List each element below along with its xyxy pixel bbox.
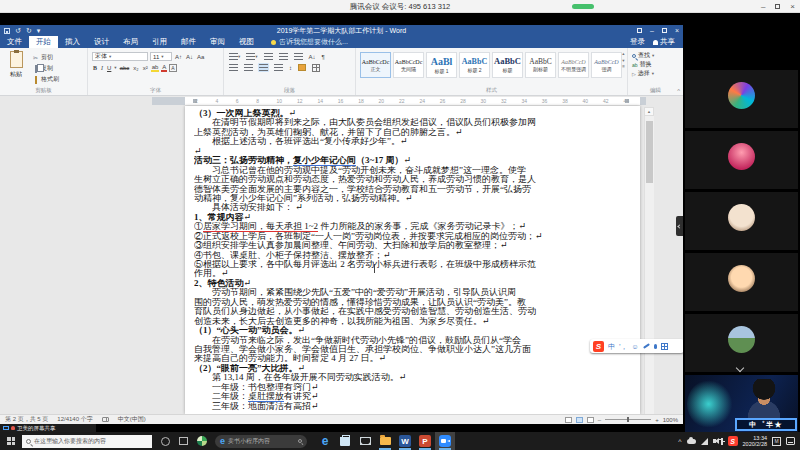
participant-cell[interactable] [685,192,798,250]
taskbar-app-edge[interactable]: e [315,432,335,450]
proofing-icon[interactable] [102,417,109,422]
sort-icon[interactable]: A↓ [308,54,317,60]
share-button[interactable]: 共享 [653,37,675,47]
ime-punctuation-icon[interactable]: ’， [619,343,628,350]
network-icon[interactable] [701,438,708,445]
participant-cell[interactable] [685,131,798,189]
align-justify-icon[interactable] [258,63,269,72]
hidden-icons-chevron[interactable]: ^ [678,438,681,445]
style-chip[interactable]: AaBbCcDc正文 [360,52,391,78]
zoom-slider[interactable] [605,419,651,420]
pinwheel-app-icon[interactable] [197,436,207,446]
zoom-level[interactable]: 100% [663,417,678,423]
font-size-select[interactable]: 11▾ [150,52,172,61]
sidebar-collapse-button[interactable] [676,216,683,236]
highlight-color-icon[interactable]: ab [151,64,160,72]
style-chip[interactable]: AaBbC标题 2 [459,52,490,78]
font-color-icon[interactable]: A [161,64,167,72]
word-close-button[interactable]: × [675,27,679,34]
multilevel-list-icon[interactable] [263,52,274,61]
document-page[interactable]: （3）一次网上祭英烈。↵ 在清明节假期即将到来之际，由大队委员会组织发起倡议，倡… [185,106,640,414]
ime-keyboard-icon[interactable] [661,343,668,350]
language-indicator[interactable]: 中文(中国) [118,415,146,424]
cloud-icon[interactable] [687,439,696,444]
participant-cell[interactable] [685,314,798,372]
tab-home[interactable]: 开始 [29,36,58,48]
style-chip[interactable]: AaBbCcDc无间隔 [393,52,424,78]
tab-layout[interactable]: 布局 [116,36,145,48]
format-painter-button[interactable]: 格式刷 [32,75,59,84]
word-restore-button[interactable] [662,28,667,33]
ime-chinese-mode-icon[interactable]: 中 [608,343,615,350]
font-family-select[interactable]: 宋体▾ [92,52,148,61]
style-chip[interactable]: AaBl标题 1 [426,52,457,78]
zoom-in-icon[interactable]: + [655,417,659,423]
tab-mailings[interactable]: 邮件 [174,36,203,48]
ime-emoji-icon[interactable]: ☺ [632,343,639,350]
style-chip[interactable]: AaBbCcD不明显强调 [558,52,589,78]
start-button[interactable] [0,432,22,450]
tab-view[interactable]: 视图 [232,36,261,48]
strikethrough-icon[interactable]: abc [119,65,131,71]
page-indicator[interactable]: 第 2 页，共 5 页 [5,415,48,424]
collapse-ribbon-icon[interactable]: ^ [677,88,680,94]
scrollbar-up-icon[interactable]: ▲ [644,107,654,116]
vertical-scrollbar[interactable] [644,116,654,414]
sogou-ime-bar[interactable]: S 中 ’， ☺ [590,339,684,353]
taskbar-app-word[interactable]: W [395,432,415,450]
change-case-icon[interactable]: Aa [196,54,205,60]
usb-icon[interactable] [721,438,723,445]
meeting-restore-button[interactable] [775,4,780,9]
sogou-tray-icon[interactable]: S [728,436,738,446]
align-center-icon[interactable] [243,63,254,72]
sogou-logo-icon[interactable]: S [593,341,604,352]
shrink-font-icon[interactable]: A↓ [185,54,194,60]
participant-cell[interactable]: 中゜半★ [685,375,798,432]
italic-icon[interactable]: I [100,65,104,71]
scrollbar-thumb[interactable] [646,121,653,183]
print-layout-icon[interactable] [576,417,583,423]
tab-insert[interactable]: 插入 [58,36,87,48]
find-button[interactable]: 查找▾ [632,51,679,60]
action-center-icon[interactable] [786,437,795,445]
document-text[interactable]: （3）一次网上祭英烈。↵ 在清明节假期即将到来之际，由大队委员会组织发起倡议，倡… [185,106,640,411]
shading-icon[interactable] [297,63,307,72]
style-chip[interactable]: AaBbC副标题 [525,52,556,78]
style-chip[interactable]: AaBbC标题 [492,52,523,78]
numbering-icon[interactable]: ▾ [245,52,258,61]
taskbar-app-explorer[interactable] [375,432,395,450]
meeting-close-button[interactable]: × [790,2,795,11]
tab-file[interactable]: 文件 [0,36,29,48]
subscript-icon[interactable]: x₂ [132,65,139,71]
cut-button[interactable]: ✂剪切 [32,53,59,62]
taskbar-app-store[interactable] [335,432,355,450]
underline-icon[interactable]: U [106,65,112,71]
select-button[interactable]: ▷选择▾ [632,69,679,78]
meeting-minimize-button[interactable]: – [761,2,765,11]
task-view-icon[interactable] [179,437,188,445]
ime-voice-icon[interactable] [654,344,657,349]
tab-review[interactable]: 审阅 [203,36,232,48]
taskbar-app-meeting[interactable] [435,432,455,450]
participant-cell[interactable] [685,253,798,311]
grow-font-icon[interactable]: A↑ [174,54,183,60]
ime-indicator-icon[interactable]: M [772,437,781,446]
document-area[interactable]: （3）一次网上祭英烈。↵ 在清明节假期即将到来之际，由大队委员会组织发起倡议，倡… [0,106,683,414]
volume-icon[interactable] [713,439,716,443]
character-border-icon[interactable]: A [169,64,176,72]
taskbar-search[interactable]: 在这里输入你要搜索的内容 [22,435,152,448]
signin-button[interactable]: 登录 [630,37,645,47]
borders-icon[interactable] [311,63,321,73]
taskbar-search-widget[interactable]: e 卖书小程序内容 [215,435,307,448]
ribbon-display-options-icon[interactable] [637,28,642,33]
replace-button[interactable]: ab替换 [632,60,679,69]
tab-design[interactable]: 设计 [87,36,116,48]
bold-icon[interactable]: B [92,65,98,71]
participant-cell[interactable] [685,70,798,128]
taskbar-app-mail[interactable] [355,432,375,450]
copy-button[interactable]: 复制 [32,64,59,73]
paste-button[interactable]: 粘贴 [4,51,28,86]
styles-scroll-arrows[interactable]: ▴▾≡ [622,52,625,70]
style-chip[interactable]: AaBbCcD强调 [591,52,622,78]
cortana-icon[interactable] [161,437,170,446]
